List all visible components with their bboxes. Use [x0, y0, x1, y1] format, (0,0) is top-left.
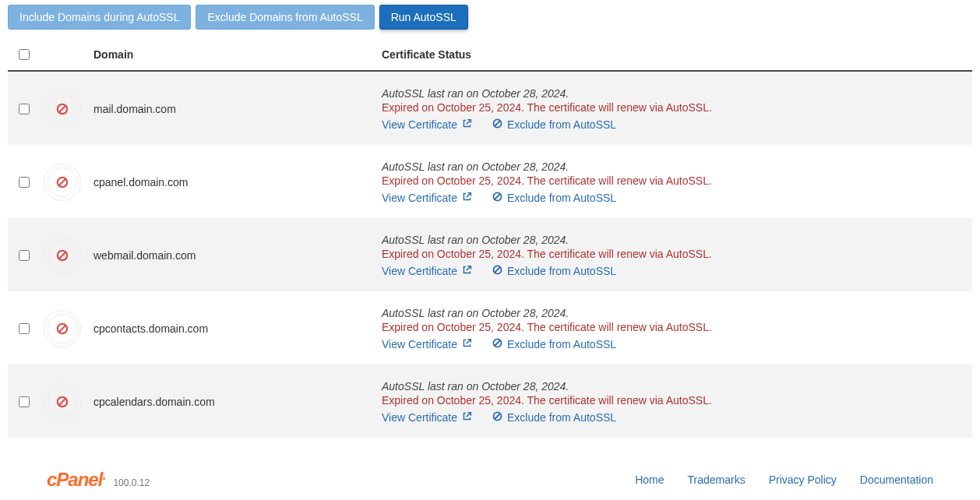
- view-certificate-link[interactable]: View Certificate: [382, 411, 472, 424]
- svg-line-22: [467, 413, 471, 417]
- view-certificate-link[interactable]: View Certificate: [382, 192, 472, 204]
- row-checkbox-cell: [8, 394, 39, 410]
- include-domains-button[interactable]: Include Domains during AutoSSL: [8, 5, 191, 30]
- row-status-icon-cell: [39, 238, 86, 273]
- exclude-from-autossl-link[interactable]: Exclude from AutoSSL: [492, 118, 616, 131]
- svg-line-21: [59, 399, 65, 405]
- exclude-from-autossl-link[interactable]: Exclude from AutoSSL: [492, 192, 616, 204]
- action-toolbar: Include Domains during AutoSSL Exclude D…: [8, 5, 972, 30]
- expired-text: Expired on October 25, 2024. The certifi…: [382, 321, 972, 333]
- ban-icon: [492, 338, 502, 350]
- svg-line-1: [59, 106, 65, 112]
- svg-line-11: [59, 252, 65, 259]
- footer-link-home[interactable]: Home: [635, 474, 664, 486]
- row-status: AutoSSL last ran on October 28, 2024.Exp…: [374, 380, 972, 424]
- external-link-icon: [462, 338, 472, 350]
- brand-logo: cPanel: [47, 469, 105, 491]
- row-links: View CertificateExclude from AutoSSL: [382, 411, 972, 424]
- row-domain: mail.domain.com: [86, 103, 374, 115]
- header-status: Certificate Status: [374, 48, 972, 61]
- row-links: View CertificateExclude from AutoSSL: [382, 265, 972, 277]
- last-ran-text: AutoSSL last ran on October 28, 2024.: [382, 380, 972, 393]
- error-icon: [44, 311, 80, 347]
- ban-icon: [492, 118, 502, 131]
- exclude-from-autossl-link[interactable]: Exclude from AutoSSL: [492, 411, 616, 424]
- last-ran-text: AutoSSL last ran on October 28, 2024.: [382, 307, 972, 319]
- expired-text: Expired on October 25, 2024. The certifi…: [382, 394, 972, 407]
- table-row: cpanel.domain.comAutoSSL last ran on Oct…: [8, 145, 972, 218]
- row-checkbox-cell: [8, 174, 39, 190]
- row-status-icon-cell: [39, 164, 86, 200]
- svg-line-9: [495, 194, 500, 199]
- row-checkbox[interactable]: [19, 104, 30, 114]
- select-all-checkbox[interactable]: [19, 49, 30, 60]
- svg-line-16: [59, 326, 65, 332]
- svg-line-24: [495, 414, 500, 419]
- error-icon: [44, 164, 80, 200]
- row-status: AutoSSL last ran on October 28, 2024.Exp…: [374, 160, 972, 204]
- row-status: AutoSSL last ran on October 28, 2024.Exp…: [374, 234, 972, 277]
- row-checkbox[interactable]: [19, 177, 30, 188]
- footer-link-documentation[interactable]: Documentation: [860, 474, 933, 486]
- external-link-icon: [462, 118, 472, 131]
- row-domain: webmail.domain.com: [86, 249, 374, 262]
- view-certificate-link[interactable]: View Certificate: [382, 118, 472, 131]
- expired-text: Expired on October 25, 2024. The certifi…: [382, 101, 972, 114]
- expired-text: Expired on October 25, 2024. The certifi…: [382, 174, 972, 187]
- row-status: AutoSSL last ran on October 28, 2024.Exp…: [374, 307, 972, 350]
- svg-line-7: [467, 193, 471, 198]
- last-ran-text: AutoSSL last ran on October 28, 2024.: [382, 87, 972, 100]
- exclude-domains-button[interactable]: Exclude Domains from AutoSSL: [196, 5, 374, 30]
- external-link-icon: [462, 192, 472, 204]
- row-checkbox[interactable]: [19, 250, 30, 261]
- error-icon: [44, 384, 80, 420]
- svg-line-2: [467, 120, 471, 125]
- svg-line-4: [495, 121, 500, 126]
- row-status-icon-cell: [39, 384, 86, 420]
- row-checkbox-cell: [8, 248, 39, 263]
- header-domain: Domain: [86, 48, 374, 61]
- row-links: View CertificateExclude from AutoSSL: [382, 338, 972, 350]
- last-ran-text: AutoSSL last ran on October 28, 2024.: [382, 234, 972, 246]
- exclude-from-autossl-link[interactable]: Exclude from AutoSSL: [492, 338, 616, 350]
- svg-line-14: [495, 267, 500, 273]
- external-link-icon: [462, 265, 472, 277]
- footer-link-privacy[interactable]: Privacy Policy: [769, 474, 837, 486]
- footer-links: Home Trademarks Privacy Policy Documenta…: [635, 474, 933, 486]
- row-links: View CertificateExclude from AutoSSL: [382, 118, 972, 131]
- row-status-icon-cell: [39, 311, 86, 347]
- last-ran-text: AutoSSL last ran on October 28, 2024.: [382, 160, 972, 173]
- ban-icon: [492, 265, 502, 277]
- svg-line-17: [467, 340, 471, 344]
- error-icon: [44, 238, 80, 273]
- svg-line-12: [467, 266, 471, 271]
- table-row: cpcalendars.domain.comAutoSSL last ran o…: [8, 364, 972, 438]
- table-row: cpcontacts.domain.comAutoSSL last ran on…: [8, 291, 972, 364]
- row-checkbox[interactable]: [19, 396, 30, 407]
- header-checkbox-cell: [8, 47, 39, 62]
- error-icon: [44, 91, 80, 127]
- row-checkbox[interactable]: [19, 323, 30, 334]
- domains-table: Domain Certificate Status mail.domain.co…: [8, 40, 972, 438]
- external-link-icon: [462, 411, 472, 424]
- exclude-from-autossl-link[interactable]: Exclude from AutoSSL: [492, 265, 616, 277]
- expired-text: Expired on October 25, 2024. The certifi…: [382, 248, 972, 260]
- footer: cPanel 100.0.12 Home Trademarks Privacy …: [8, 438, 972, 498]
- row-domain: cpcalendars.domain.com: [86, 396, 374, 408]
- version-text: 100.0.12: [113, 477, 150, 488]
- footer-link-trademarks[interactable]: Trademarks: [688, 474, 746, 486]
- table-row: webmail.domain.comAutoSSL last ran on Oc…: [8, 218, 972, 291]
- row-links: View CertificateExclude from AutoSSL: [382, 192, 972, 204]
- page-container: Include Domains during AutoSSL Exclude D…: [0, 0, 980, 500]
- ban-icon: [492, 192, 502, 204]
- view-certificate-link[interactable]: View Certificate: [382, 265, 472, 277]
- svg-line-6: [59, 179, 65, 185]
- ban-icon: [492, 411, 502, 424]
- view-certificate-link[interactable]: View Certificate: [382, 338, 472, 350]
- run-autossl-button[interactable]: Run AutoSSL: [379, 5, 468, 30]
- row-status: AutoSSL last ran on October 28, 2024.Exp…: [374, 87, 972, 131]
- row-domain: cpanel.domain.com: [86, 176, 374, 188]
- svg-line-19: [495, 340, 500, 346]
- footer-brand-block: cPanel 100.0.12: [47, 469, 150, 491]
- row-status-icon-cell: [39, 91, 86, 127]
